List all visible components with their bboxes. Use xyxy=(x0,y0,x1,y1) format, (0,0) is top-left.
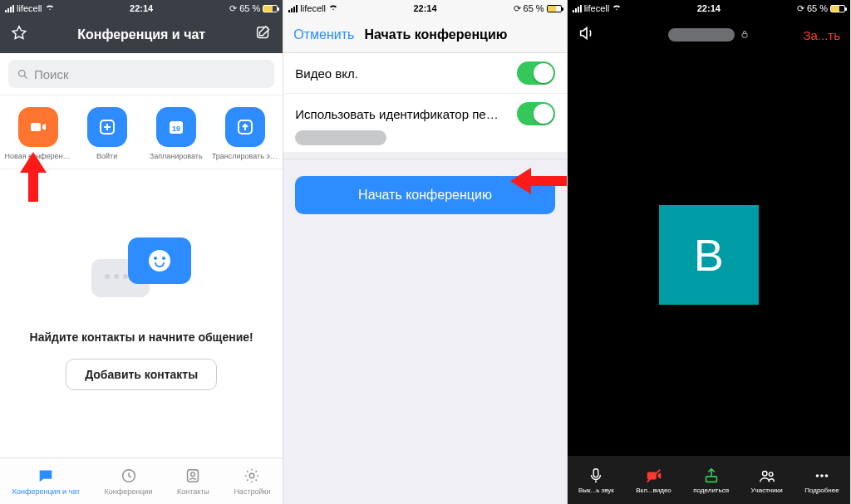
battery-pct: 65 % xyxy=(807,3,828,13)
lock-icon xyxy=(740,27,750,42)
battery-icon xyxy=(830,5,845,12)
tab-meet-chat[interactable]: Конференция и чат xyxy=(12,467,80,496)
avatar-letter: В xyxy=(694,229,724,281)
chat-bubble-icon xyxy=(37,467,55,485)
tab-contacts[interactable]: Контакты xyxy=(177,467,209,496)
battery-pct: 65 % xyxy=(524,3,544,13)
tab-settings[interactable]: Настройки xyxy=(234,467,270,496)
empty-title: Найдите контакты и начните общение! xyxy=(30,330,253,344)
join-button[interactable]: Войти xyxy=(74,107,140,160)
svg-text:19: 19 xyxy=(172,125,180,133)
svg-point-19 xyxy=(820,474,824,477)
wifi-icon xyxy=(612,2,622,14)
video-area: В xyxy=(568,53,850,456)
toolbar-label: Подробнее xyxy=(804,487,839,494)
modal-title: Начать конференцию xyxy=(364,27,507,42)
pmi-row: Использовать идентификатор перс... xyxy=(283,94,566,134)
plus-icon xyxy=(97,117,117,137)
svg-point-18 xyxy=(816,474,819,477)
annotation-arrow-left xyxy=(506,163,568,199)
tab-label: Конференция и чат xyxy=(12,487,80,496)
gear-icon xyxy=(243,467,261,485)
share-icon xyxy=(702,467,721,485)
wifi-icon xyxy=(45,2,55,14)
search-input[interactable]: Поиск xyxy=(8,60,274,88)
empty-state: Найдите контакты и начните общение! Доба… xyxy=(0,169,283,458)
svg-point-9 xyxy=(191,472,195,477)
svg-rect-2 xyxy=(31,123,41,131)
toolbar-label: Вкл...видео xyxy=(636,487,671,494)
battery-icon xyxy=(547,5,562,12)
svg-point-17 xyxy=(769,472,773,476)
loading-icon: ⟳ xyxy=(797,3,804,14)
signal-icon xyxy=(5,5,14,12)
tab-label: Настройки xyxy=(234,487,270,496)
meeting-title-redacted xyxy=(668,28,735,42)
contact-icon xyxy=(184,467,202,485)
carrier-label: lifecell xyxy=(300,3,326,13)
clock: 22:14 xyxy=(130,3,153,13)
status-bar: lifecell 22:14 ⟳ 65 % xyxy=(568,0,850,17)
action-label: Войти xyxy=(74,152,140,160)
pmi-toggle[interactable] xyxy=(517,102,555,125)
toolbar-label: Вык...ь звук xyxy=(578,487,614,494)
status-bar: lifecell 22:14 ⟳ 65 % xyxy=(0,0,283,17)
video-icon xyxy=(28,117,48,137)
video-off-icon xyxy=(645,467,663,485)
carrier-label: lifecell xyxy=(584,3,610,13)
people-icon xyxy=(758,467,776,485)
signal-icon xyxy=(288,5,298,12)
video-toggle[interactable] xyxy=(517,61,555,85)
mute-button[interactable]: Вык...ь звук xyxy=(578,467,614,494)
add-contacts-button[interactable]: Добавить контакты xyxy=(66,359,217,390)
chat-illustration xyxy=(91,237,191,312)
mic-icon xyxy=(587,467,605,485)
cancel-button[interactable]: Отменить xyxy=(293,27,354,42)
share-button[interactable]: поделиться xyxy=(693,467,729,494)
tab-bar: Конференция и чат Конференции Контакты Н… xyxy=(0,458,283,504)
meeting-header: За...ть xyxy=(568,17,850,53)
search-placeholder: Поиск xyxy=(34,67,69,81)
meeting-toolbar: Вык...ь звук Вкл...видео поделиться Учас… xyxy=(568,456,850,504)
participants-button[interactable]: Участники xyxy=(751,467,783,494)
video-on-row: Видео вкл. xyxy=(283,53,566,94)
compose-icon[interactable] xyxy=(254,24,273,46)
speaker-icon[interactable] xyxy=(578,24,596,46)
more-button[interactable]: Подробнее xyxy=(804,467,839,494)
star-icon[interactable] xyxy=(10,24,28,46)
search-icon xyxy=(17,68,29,81)
action-label: Запланировать xyxy=(143,152,209,160)
svg-point-16 xyxy=(762,471,767,476)
tab-label: Конференции xyxy=(105,487,153,496)
svg-rect-12 xyxy=(594,468,599,477)
wifi-icon xyxy=(328,2,338,14)
clock-icon xyxy=(120,467,138,485)
toolbar-label: Участники xyxy=(751,487,783,494)
more-icon xyxy=(813,467,831,485)
svg-rect-15 xyxy=(706,476,716,481)
battery-pct: 65 % xyxy=(239,3,260,13)
schedule-button[interactable]: 19 Запланировать xyxy=(143,107,209,160)
svg-point-10 xyxy=(250,473,255,478)
end-meeting-button[interactable]: За...ть xyxy=(803,28,840,42)
svg-point-20 xyxy=(825,474,829,477)
action-label: Транслировать экр... xyxy=(212,152,278,160)
calendar-icon: 19 xyxy=(166,117,186,137)
svg-rect-11 xyxy=(742,34,747,38)
page-title: Конференция и чат xyxy=(77,27,205,42)
status-bar: lifecell 22:14 ⟳ 65 % xyxy=(283,0,566,17)
share-screen-button[interactable]: Транслировать экр... xyxy=(212,107,278,160)
loading-icon: ⟳ xyxy=(514,3,521,14)
carrier-label: lifecell xyxy=(17,3,42,13)
setting-label: Использовать идентификатор перс... xyxy=(295,107,503,121)
pmi-value-redacted xyxy=(295,130,386,145)
upload-icon xyxy=(235,117,255,137)
clock: 22:14 xyxy=(697,3,721,13)
battery-icon xyxy=(263,5,278,12)
video-button[interactable]: Вкл...видео xyxy=(636,467,671,494)
toolbar-label: поделиться xyxy=(693,487,729,494)
setting-label: Видео вкл. xyxy=(295,66,358,81)
annotation-arrow-up xyxy=(15,148,52,206)
tab-meetings[interactable]: Конференции xyxy=(105,467,153,496)
modal-header: Отменить Начать конференцию xyxy=(283,17,566,53)
